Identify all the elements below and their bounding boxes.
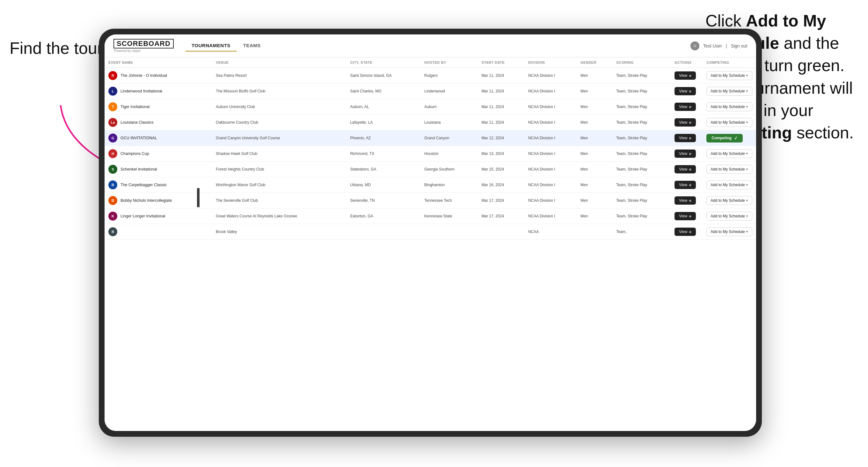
- cell-event-name: H Champions Cup: [104, 146, 212, 162]
- cell-city-state: Phoenix, AZ: [346, 130, 421, 146]
- team-logo: B: [108, 227, 117, 236]
- cell-division: NCAA Division I: [524, 193, 577, 209]
- logo-area: SCOREBOARD Powered by clippd: [114, 39, 174, 53]
- cell-city-state: Eatonton, GA: [346, 209, 421, 224]
- cell-hosted-by: Binghamton: [421, 177, 477, 193]
- cell-division: NCAA Division I: [524, 146, 577, 162]
- add-schedule-button[interactable]: Add to My Schedule +: [706, 212, 752, 221]
- cell-scoring: Team, Stroke Play: [612, 209, 671, 224]
- event-name-text: Schenkel Invitational: [121, 167, 157, 172]
- cell-city-state: Urbana, MD: [346, 177, 421, 193]
- cell-hosted-by: Georgia Southern: [421, 162, 477, 177]
- cell-competing: Add to My Schedule +: [703, 209, 756, 224]
- add-schedule-button[interactable]: Add to My Schedule +: [706, 165, 752, 174]
- table-row: R The Johnnie - O Individual Sea Palms R…: [104, 68, 756, 84]
- view-button[interactable]: View ⊕: [675, 150, 696, 158]
- team-logo: S: [108, 165, 117, 174]
- view-button[interactable]: View ⊕: [675, 196, 696, 205]
- cell-venue: Forest Heights Country Club: [212, 162, 346, 177]
- view-button[interactable]: View ⊕: [675, 181, 696, 189]
- cell-competing: Add to My Schedule +: [703, 115, 756, 130]
- view-button[interactable]: View ⊕: [675, 227, 696, 236]
- view-button[interactable]: View ⊕: [675, 134, 696, 142]
- cell-start-date: [477, 224, 524, 240]
- cell-start-date: Mar 15, 2024: [477, 162, 524, 177]
- cell-city-state: Richmond, TX: [346, 146, 421, 162]
- table-row: S Schenkel Invitational Forest Heights C…: [104, 162, 756, 177]
- cell-start-date: Mar 13, 2024: [477, 146, 524, 162]
- cell-event-name: G GCU INVITATIONAL: [104, 130, 212, 146]
- cell-hosted-by: Louisiana: [421, 115, 477, 130]
- table-container: EVENT NAME VENUE CITY, STATE HOSTED BY S…: [104, 57, 756, 431]
- cell-scoring: Team, Stroke Play: [612, 68, 671, 84]
- col-gender: GENDER: [577, 57, 612, 68]
- add-schedule-button[interactable]: Add to My Schedule +: [706, 227, 752, 236]
- cell-competing: Add to My Schedule +: [703, 84, 756, 99]
- cell-hosted-by: [421, 224, 477, 240]
- view-button[interactable]: View ⊕: [675, 165, 696, 174]
- table-row: T Tiger Invitational Auburn University C…: [104, 99, 756, 115]
- cell-competing: Add to My Schedule +: [703, 193, 756, 209]
- add-schedule-button[interactable]: Add to My Schedule +: [706, 71, 752, 80]
- cell-event-name: T Tiger Invitational: [104, 99, 212, 115]
- cell-division: NCAA Division I: [524, 130, 577, 146]
- cell-actions: View ⊕: [671, 146, 703, 162]
- cell-venue: The Sevierville Golf Club: [212, 193, 346, 209]
- user-avatar: U: [690, 41, 700, 50]
- cell-scoring: Team, Stroke Play: [612, 115, 671, 130]
- cell-start-date: Mar 11, 2024: [477, 84, 524, 99]
- table-header-row: EVENT NAME VENUE CITY, STATE HOSTED BY S…: [104, 57, 756, 68]
- header-right: U Test User | Sign out: [690, 41, 747, 50]
- cell-gender: Men: [577, 162, 612, 177]
- view-button[interactable]: View ⊕: [675, 118, 696, 127]
- view-button[interactable]: View ⊕: [675, 212, 696, 220]
- check-icon: ✓: [734, 136, 738, 141]
- tab-tournaments[interactable]: TOURNAMENTS: [185, 40, 237, 52]
- cell-hosted-by: Auburn: [421, 99, 477, 115]
- view-button[interactable]: View ⊕: [675, 87, 696, 95]
- cell-scoring: Team, Stroke Play: [612, 162, 671, 177]
- add-schedule-button[interactable]: Add to My Schedule +: [706, 118, 752, 127]
- event-name-text: Lindenwood Invitational: [121, 89, 162, 93]
- cell-actions: View ⊕: [671, 84, 703, 99]
- cell-scoring: Team, Stroke Play: [612, 146, 671, 162]
- cell-venue: Oakbourne Country Club: [212, 115, 346, 130]
- cell-division: NCAA Division I: [524, 84, 577, 99]
- team-logo: G: [108, 133, 117, 143]
- cell-gender: Men: [577, 209, 612, 224]
- table-row: K Linger Longer Invitational Great Water…: [104, 209, 756, 224]
- table-row: H Champions Cup Shadow Hawk Golf ClubRic…: [104, 146, 756, 162]
- tablet-frame: SCOREBOARD Powered by clippd TOURNAMENTS…: [99, 29, 762, 437]
- cell-venue: Worthington Manor Golf Club: [212, 177, 346, 193]
- cell-gender: Men: [577, 84, 612, 99]
- col-city-state: CITY, STATE: [346, 57, 421, 68]
- add-schedule-button[interactable]: Add to My Schedule +: [706, 180, 752, 189]
- cell-venue: Shadow Hawk Golf Club: [212, 146, 346, 162]
- cell-hosted-by: Grand Canyon: [421, 130, 477, 146]
- cell-city-state: Statesboro, GA: [346, 162, 421, 177]
- competing-button[interactable]: Competing ✓: [706, 134, 743, 143]
- cell-competing: Add to My Schedule +: [703, 99, 756, 115]
- table-row: G GCU INVITATIONAL Grand Canyon Universi…: [104, 130, 756, 146]
- separator: |: [726, 43, 727, 49]
- col-competing: COMPETING: [703, 57, 756, 68]
- table-row: B Brook ValleyNCAATeam, View ⊕ Add to My…: [104, 224, 756, 240]
- signout-link[interactable]: Sign out: [731, 43, 747, 49]
- add-schedule-button[interactable]: Add to My Schedule +: [706, 102, 752, 111]
- cell-hosted-by: Tennessee Tech: [421, 193, 477, 209]
- event-name-text: Bobby Nichols Intercollegiate: [121, 198, 172, 203]
- add-schedule-button[interactable]: Add to My Schedule +: [706, 87, 752, 96]
- add-schedule-button[interactable]: Add to My Schedule +: [706, 196, 752, 205]
- cell-actions: View ⊕: [671, 177, 703, 193]
- app-header: SCOREBOARD Powered by clippd TOURNAMENTS…: [104, 34, 756, 57]
- cell-gender: Men: [577, 193, 612, 209]
- add-schedule-button[interactable]: Add to My Schedule +: [706, 149, 752, 158]
- team-logo: R: [108, 71, 117, 80]
- cell-event-name: R The Johnnie - O Individual: [104, 68, 212, 84]
- view-button[interactable]: View ⊕: [675, 103, 696, 111]
- tab-teams[interactable]: TEAMS: [237, 40, 267, 52]
- cell-start-date: Mar 11, 2024: [477, 99, 524, 115]
- cell-city-state: Lafayette, LA: [346, 115, 421, 130]
- view-button[interactable]: View ⊕: [675, 71, 696, 80]
- cell-division: NCAA Division I: [524, 115, 577, 130]
